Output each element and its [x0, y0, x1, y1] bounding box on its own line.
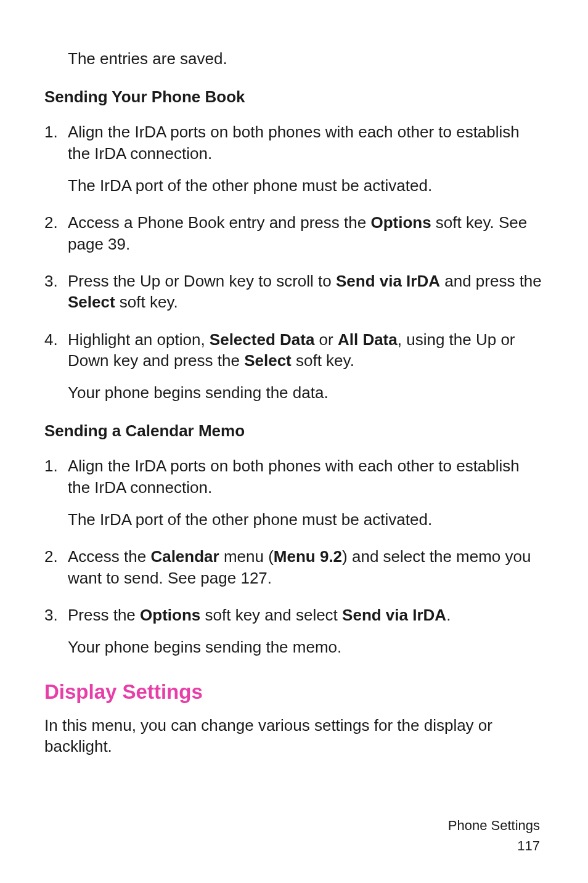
heading-display-settings: Display Settings [44, 680, 545, 704]
list-number: 3. [44, 604, 68, 658]
text-run: menu ( [219, 547, 274, 566]
list-number: 1. [44, 121, 68, 196]
bold-text: Options [140, 606, 200, 624]
bold-text: Send via IrDA [336, 272, 440, 290]
list-number: 1. [44, 455, 68, 530]
list-item: 3.Press the Up or Down key to scroll to … [44, 271, 545, 313]
list-body: Highlight an option, Selected Data or Al… [68, 329, 545, 404]
heading-sending-phone-book: Sending Your Phone Book [44, 87, 545, 107]
list-body: Press the Up or Down key to scroll to Se… [68, 271, 545, 313]
text-run: or [314, 330, 338, 349]
list-item: 2.Access the Calendar menu (Menu 9.2) an… [44, 546, 545, 588]
heading-sending-calendar-memo: Sending a Calendar Memo [44, 421, 545, 441]
list-body: Align the IrDA ports on both phones with… [68, 455, 545, 530]
text-run: Access the [68, 547, 150, 566]
text-run: Press the Up or Down key to scroll to [68, 272, 336, 290]
list-number: 4. [44, 329, 68, 404]
list-follow-text: Your phone begins sending the memo. [68, 637, 545, 657]
list-text: Press the Options soft key and select Se… [68, 604, 545, 625]
display-settings-text: In this menu, you can change various set… [44, 715, 545, 757]
text-run: and press the [440, 272, 542, 290]
bold-text: Select [244, 351, 292, 370]
list-follow-text: The IrDA port of the other phone must be… [68, 509, 545, 530]
bold-text: All Data [338, 330, 398, 349]
bold-text: Selected Data [210, 330, 315, 349]
list-text: Highlight an option, Selected Data or Al… [68, 329, 545, 372]
list-number: 2. [44, 546, 68, 588]
bold-text: Select [68, 293, 115, 311]
list-item: 1.Align the IrDA ports on both phones wi… [44, 455, 545, 530]
list-number: 3. [44, 271, 68, 313]
text-run: Align the IrDA ports on both phones with… [68, 123, 520, 162]
text-run: Highlight an option, [68, 330, 210, 349]
bold-text: Calendar [150, 547, 219, 566]
list-body: Access a Phone Book entry and press the … [68, 212, 545, 254]
list-follow-text: The IrDA port of the other phone must be… [68, 175, 545, 196]
list-item: 4.Highlight an option, Selected Data or … [44, 329, 545, 404]
text-run: Access a Phone Book entry and press the [68, 213, 370, 232]
list-follow-text: Your phone begins sending the data. [68, 382, 545, 403]
list-sending-phone-book: 1.Align the IrDA ports on both phones wi… [44, 121, 545, 403]
text-run: soft key and select [200, 606, 342, 624]
intro-text: The entries are saved. [68, 48, 545, 69]
list-item: 2.Access a Phone Book entry and press th… [44, 212, 545, 254]
text-run: Align the IrDA ports on both phones with… [68, 457, 520, 496]
list-sending-calendar-memo: 1.Align the IrDA ports on both phones wi… [44, 455, 545, 657]
list-text: Access a Phone Book entry and press the … [68, 212, 545, 254]
text-run: soft key. [292, 351, 354, 370]
bold-text: Options [370, 213, 431, 232]
footer-label: Phone Settings [448, 815, 540, 836]
footer-page-number: 117 [448, 836, 540, 856]
page-footer: Phone Settings 117 [448, 815, 540, 856]
list-body: Access the Calendar menu (Menu 9.2) and … [68, 546, 545, 588]
list-text: Align the IrDA ports on both phones with… [68, 455, 545, 498]
list-text: Access the Calendar menu (Menu 9.2) and … [68, 546, 545, 588]
bold-text: Send via IrDA [342, 606, 446, 624]
list-item: 3.Press the Options soft key and select … [44, 604, 545, 658]
list-text: Press the Up or Down key to scroll to Se… [68, 271, 545, 313]
list-item: 1.Align the IrDA ports on both phones wi… [44, 121, 545, 196]
list-number: 2. [44, 212, 68, 254]
list-body: Align the IrDA ports on both phones with… [68, 121, 545, 196]
bold-text: Menu 9.2 [274, 547, 342, 566]
list-body: Press the Options soft key and select Se… [68, 604, 545, 658]
text-run: . [446, 606, 451, 624]
text-run: soft key. [115, 293, 178, 311]
list-text: Align the IrDA ports on both phones with… [68, 121, 545, 164]
text-run: Press the [68, 606, 140, 624]
